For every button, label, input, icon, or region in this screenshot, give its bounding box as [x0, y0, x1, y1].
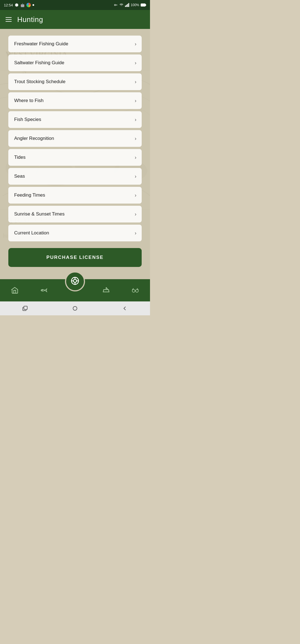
menu-list: Freshwater Fishing Guide›Saltwater Fishi…	[8, 33, 142, 241]
menu-item-label-seas: Seas	[14, 174, 25, 179]
time-display: 12:54	[4, 3, 13, 7]
menu-item-saltwater-fishing-guide[interactable]: Saltwater Fishing Guide›	[8, 55, 142, 71]
menu-item-feeding-times[interactable]: Feeding Times›	[8, 187, 142, 204]
svg-point-19	[132, 289, 135, 292]
main-content: WEST VIRGINIA N TRAP FISH hunting fishin…	[0, 29, 150, 279]
fish-icon	[40, 286, 48, 294]
status-left: 12:54 🤖	[4, 3, 34, 7]
battery-icon	[141, 3, 146, 7]
hamburger-menu-button[interactable]	[6, 17, 12, 22]
menu-item-label-feeding-times: Feeding Times	[14, 192, 45, 198]
chevron-right-icon: ›	[135, 211, 136, 217]
target-icon	[70, 276, 80, 287]
boat-icon	[102, 286, 110, 294]
chevron-right-icon: ›	[135, 155, 136, 160]
menu-item-trout-stocking-schedule[interactable]: Trout Stocking Schedule›	[8, 73, 142, 90]
menu-item-label-angler-recognition: Angler Recognition	[14, 136, 54, 141]
menu-item-current-location[interactable]: Current Location›	[8, 225, 142, 241]
menu-item-fish-species[interactable]: Fish Species›	[8, 111, 142, 128]
svg-point-18	[42, 290, 43, 291]
chevron-right-icon: ›	[135, 41, 136, 47]
menu-item-sunrise-sunset-times[interactable]: Sunrise & Sunset Times›	[8, 206, 142, 222]
menu-item-label-fish-species: Fish Species	[14, 117, 41, 122]
nav-fish-button[interactable]	[36, 282, 52, 299]
purchase-license-section: PURCHASE LICENSE	[8, 241, 142, 273]
menu-item-label-tides: Tides	[14, 155, 26, 160]
nav-target-button[interactable]	[65, 271, 85, 291]
menu-item-tides[interactable]: Tides›	[8, 149, 142, 166]
svg-rect-28	[24, 306, 27, 309]
nav-binoculars-button[interactable]	[127, 282, 144, 299]
chevron-right-icon: ›	[135, 174, 136, 179]
svg-point-22	[73, 279, 76, 282]
chevron-right-icon: ›	[135, 192, 136, 198]
chevron-right-icon: ›	[135, 230, 136, 236]
dot-indicator	[32, 4, 34, 6]
key-icon	[114, 3, 118, 7]
menu-item-label-current-location: Current Location	[14, 230, 49, 236]
svg-point-20	[136, 289, 138, 292]
chevron-right-icon: ›	[135, 98, 136, 104]
menu-item-label-freshwater-fishing-guide: Freshwater Fishing Guide	[14, 41, 68, 47]
menu-item-seas[interactable]: Seas›	[8, 168, 142, 185]
settings-icon	[15, 3, 19, 7]
menu-item-where-to-fish[interactable]: Where to Fish›	[8, 92, 142, 109]
menu-item-freshwater-fishing-guide[interactable]: Freshwater Fishing Guide›	[8, 36, 142, 52]
svg-point-0	[114, 4, 116, 6]
binoculars-icon	[131, 286, 139, 294]
page-title: Hunting	[17, 15, 43, 24]
app-header: Hunting	[0, 10, 150, 29]
home-icon	[11, 286, 19, 294]
status-bar: 12:54 🤖 100%	[0, 0, 150, 10]
signal-bars	[125, 3, 129, 7]
svg-rect-3	[146, 4, 146, 6]
menu-item-label-saltwater-fishing-guide: Saltwater Fishing Guide	[14, 60, 64, 66]
chevron-right-icon: ›	[135, 60, 136, 66]
chevron-right-icon: ›	[135, 117, 136, 123]
menu-item-angler-recognition[interactable]: Angler Recognition›	[8, 130, 142, 147]
colorful-icon	[26, 3, 31, 7]
chevron-right-icon: ›	[135, 136, 136, 142]
nav-boat-button[interactable]	[98, 282, 114, 299]
bottom-navigation	[0, 279, 150, 301]
status-right: 100%	[114, 3, 146, 7]
svg-rect-2	[141, 4, 146, 6]
menu-item-label-sunrise-sunset-times: Sunrise & Sunset Times	[14, 211, 64, 217]
nav-home-button[interactable]	[6, 282, 23, 299]
wifi-icon	[119, 3, 124, 7]
svg-point-29	[73, 306, 77, 310]
android-nav-bar	[0, 301, 150, 315]
purchase-license-button[interactable]: PURCHASE LICENSE	[8, 248, 142, 267]
android-back-button[interactable]	[119, 303, 131, 314]
chevron-right-icon: ›	[135, 79, 136, 85]
android-home-button[interactable]	[69, 303, 81, 314]
menu-item-label-trout-stocking-schedule: Trout Stocking Schedule	[14, 79, 66, 85]
android-recents-button[interactable]	[19, 303, 31, 314]
menu-item-label-where-to-fish: Where to Fish	[14, 98, 44, 103]
android-icon: 🤖	[20, 3, 25, 7]
battery-display: 100%	[131, 3, 139, 7]
